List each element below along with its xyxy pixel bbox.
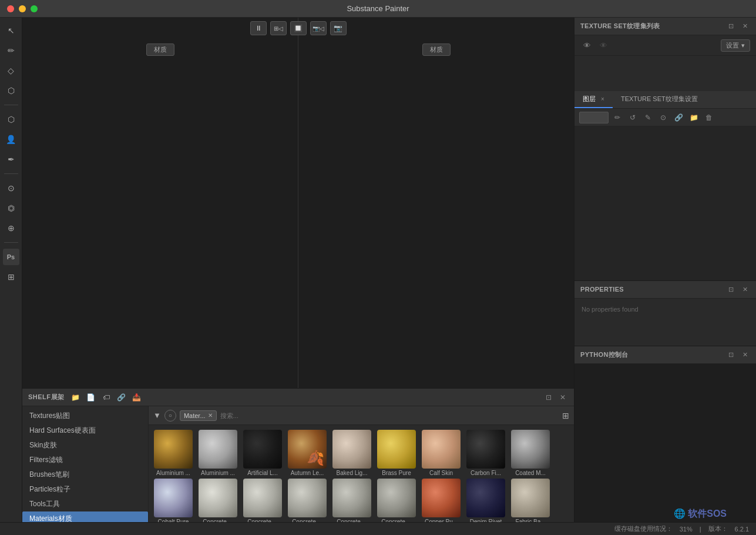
shelf-import-icon[interactable]: 📥 bbox=[130, 391, 143, 404]
filter-icon: ▼ bbox=[153, 411, 161, 420]
close-button[interactable] bbox=[7, 5, 14, 12]
tool-select[interactable]: ⬡ bbox=[3, 82, 19, 99]
material-item-brass-pure[interactable]: Brass Pure bbox=[377, 430, 416, 476]
material-item-aluminium-honeycomb[interactable]: Aluminium ... bbox=[153, 430, 193, 476]
split-button[interactable]: ⊞◁ bbox=[270, 21, 287, 35]
material-name: Calf Skin bbox=[429, 470, 453, 476]
tool-fill[interactable]: ⬡ bbox=[3, 111, 19, 128]
shelf-file-icon[interactable]: 📄 bbox=[85, 391, 98, 404]
layer-pen-icon[interactable]: ✏ bbox=[611, 111, 624, 124]
tool-smudge[interactable]: ✒ bbox=[3, 151, 19, 168]
view-3d-button[interactable]: 🔲 bbox=[290, 21, 307, 35]
shelf-grid-button[interactable]: ⊞ bbox=[562, 411, 569, 420]
material-item-baked-light[interactable]: Baked Lig... bbox=[332, 430, 372, 476]
tool-extra[interactable]: ⊞ bbox=[3, 269, 19, 285]
eye-show-icon[interactable]: 👁 bbox=[580, 39, 593, 52]
material-thumb bbox=[377, 479, 416, 517]
sidebar-item-textures[interactable]: Textures贴图 bbox=[22, 409, 148, 423]
material-thumb bbox=[332, 430, 371, 469]
shelf-search-input[interactable] bbox=[220, 412, 559, 419]
tool-clone[interactable]: 👤 bbox=[3, 131, 19, 148]
material-item-cobalt-pure[interactable]: Cobalt Pure bbox=[153, 479, 193, 525]
minimize-button[interactable] bbox=[19, 5, 26, 12]
sidebar-item-particles[interactable]: Particles粒子 bbox=[22, 482, 148, 497]
python-body[interactable]: 运行 bbox=[574, 364, 756, 536]
sidebar-item-filters[interactable]: Filters滤镜 bbox=[22, 453, 148, 467]
sidebar-item-brushes[interactable]: Brushes笔刷 bbox=[22, 467, 148, 482]
material-thumb bbox=[422, 430, 461, 469]
material-item-fabric-ba[interactable]: Fabric Ba... bbox=[510, 479, 550, 525]
sidebar-item-hard-surfaces[interactable]: Hard Surfaces硬表面 bbox=[22, 423, 148, 438]
layer-mask-icon[interactable]: ⊙ bbox=[657, 111, 670, 124]
tool-paint[interactable]: ✏ bbox=[3, 42, 19, 59]
shelf-tag-icon[interactable]: 🏷 bbox=[100, 391, 113, 404]
sidebar-item-tools[interactable]: Tools工具 bbox=[22, 497, 148, 511]
python-expand-icon[interactable]: ⊡ bbox=[725, 349, 736, 360]
texture-set-section: TEXTURE SET纹理集列表 ⊡ ✕ 👁 👁 设置 ▾ bbox=[574, 18, 756, 91]
material-item-concrete-3[interactable]: Concrete ... bbox=[287, 479, 327, 525]
texture-set-close-icon[interactable]: ✕ bbox=[740, 21, 750, 32]
python-panel: PYTHON控制台 ⊡ ✕ 运行 bbox=[574, 346, 756, 536]
shelf-header: SHELF展架 📁 📄 🏷 🔗 📥 ⊡ ✕ bbox=[22, 389, 574, 406]
material-thumb bbox=[288, 430, 327, 469]
shelf-tag-close[interactable]: ✕ bbox=[208, 412, 213, 419]
tool-move[interactable]: ↖ bbox=[3, 22, 19, 39]
material-thumb bbox=[422, 479, 461, 517]
properties-close-icon[interactable]: ✕ bbox=[740, 284, 750, 295]
material-item-concrete-4[interactable]: Concrete ... bbox=[332, 479, 372, 525]
shelf-circle-button[interactable]: ○ bbox=[164, 410, 176, 422]
material-item-concrete-5[interactable]: Concrete ... bbox=[377, 479, 416, 525]
material-item-carbon-fi[interactable]: Carbon Fi... bbox=[466, 430, 506, 476]
layer-opacity-input[interactable] bbox=[579, 112, 609, 123]
material-item-autumn-leaves[interactable]: Autumn Le... bbox=[287, 430, 327, 476]
tab-layers[interactable]: 图层 × bbox=[574, 91, 613, 108]
tool-ps[interactable]: Ps bbox=[3, 249, 19, 265]
layer-link-icon[interactable]: 🔗 bbox=[672, 111, 685, 124]
material-item-coated[interactable]: Coated M... bbox=[510, 430, 550, 476]
tool-bake[interactable]: ⏣ bbox=[3, 200, 19, 216]
app-title: Substance Painter bbox=[347, 4, 409, 13]
shelf-tag-label: Mater... bbox=[184, 412, 206, 419]
material-item-concrete-1[interactable]: Concrete ... bbox=[198, 479, 238, 525]
material-item-artificial-light[interactable]: Artificial L... bbox=[243, 430, 283, 476]
shelf-link-icon[interactable]: 🔗 bbox=[115, 391, 128, 404]
shelf-expand-button[interactable]: ⊡ bbox=[543, 392, 554, 403]
shelf-tag[interactable]: Mater... ✕ bbox=[180, 410, 217, 421]
material-thumb bbox=[288, 479, 327, 517]
status-separator: | bbox=[700, 526, 701, 533]
viewport-left-label: 材质 bbox=[146, 44, 174, 56]
eye-hide-icon[interactable]: 👁 bbox=[597, 39, 610, 52]
material-item-denim-rivet[interactable]: Denim Rivet bbox=[466, 479, 506, 525]
maximize-button[interactable] bbox=[31, 5, 38, 12]
material-item-aluminium-rough[interactable]: Aluminium ... bbox=[198, 430, 238, 476]
material-item-calf-skin[interactable]: Calf Skin bbox=[421, 430, 461, 476]
layer-refresh-icon[interactable]: ↺ bbox=[626, 111, 639, 124]
window-controls bbox=[7, 5, 38, 12]
tool-projection[interactable]: ⊕ bbox=[3, 220, 19, 236]
properties-header-icons: ⊡ ✕ bbox=[725, 284, 750, 295]
layers-toolbar: ✏ ↺ ✎ ⊙ 🔗 📁 🗑 bbox=[574, 109, 756, 126]
tab-close-icon[interactable]: × bbox=[601, 96, 604, 102]
properties-expand-icon[interactable]: ⊡ bbox=[725, 284, 736, 295]
version-label: 版本： bbox=[708, 524, 728, 533]
tool-erase[interactable]: ◇ bbox=[3, 62, 19, 79]
pause-button[interactable]: ⏸ bbox=[250, 21, 267, 35]
toolbar-separator-2 bbox=[4, 173, 18, 174]
material-item-copper-pu[interactable]: Copper Pu... bbox=[421, 479, 461, 525]
python-close-icon[interactable]: ✕ bbox=[740, 349, 750, 360]
layer-edit-icon[interactable]: ✎ bbox=[641, 111, 654, 124]
tool-geometry[interactable]: ⊙ bbox=[3, 180, 19, 196]
shelf-close-button[interactable]: ✕ bbox=[557, 392, 568, 403]
camera-button[interactable]: 📷◁ bbox=[310, 21, 327, 35]
layer-delete-icon[interactable]: 🗑 bbox=[703, 111, 715, 124]
material-thumb bbox=[377, 430, 416, 469]
shelf-folder-icon[interactable]: 📁 bbox=[69, 391, 82, 404]
tab-texture-set-settings[interactable]: TEXTURE SET纹理集设置 bbox=[613, 91, 706, 108]
layer-folder-icon[interactable]: 📁 bbox=[687, 111, 700, 124]
sidebar-item-skin[interactable]: Skin皮肤 bbox=[22, 438, 148, 453]
texture-set-expand-icon[interactable]: ⊡ bbox=[725, 21, 736, 32]
render-button[interactable]: 📷 bbox=[330, 21, 347, 35]
texture-set-settings-button[interactable]: 设置 ▾ bbox=[721, 39, 750, 52]
material-row-1: Aluminium ... Aluminium ... Artificial L… bbox=[153, 430, 569, 476]
material-item-concrete-2[interactable]: Concrete ... bbox=[243, 479, 283, 525]
